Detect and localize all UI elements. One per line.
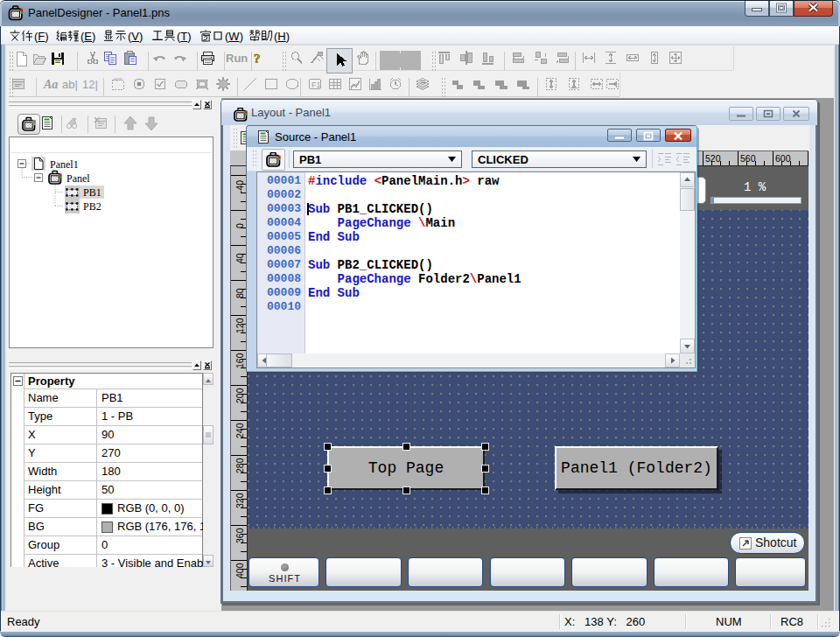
- svg-text:?: ?: [254, 52, 261, 66]
- svg-text:ab|: ab|: [62, 78, 78, 91]
- svg-text:560: 560: [740, 153, 756, 164]
- svg-text:40: 40: [234, 253, 245, 263]
- svg-text:280: 280: [234, 458, 245, 473]
- svg-text:xyz: xyz: [114, 76, 122, 81]
- svg-text:Run: Run: [226, 52, 248, 65]
- svg-text:520: 520: [705, 153, 721, 164]
- svg-text:-40: -40: [234, 180, 245, 193]
- svg-text:320: 320: [234, 493, 245, 508]
- svg-text:F1: F1: [312, 80, 321, 89]
- svg-text:360: 360: [234, 528, 245, 543]
- svg-text:400: 400: [234, 563, 245, 578]
- svg-text:0: 0: [234, 223, 245, 228]
- svg-text:200: 200: [234, 388, 245, 403]
- svg-text:600: 600: [775, 153, 791, 164]
- svg-text:80: 80: [234, 288, 245, 298]
- svg-text:Aa: Aa: [43, 78, 58, 91]
- svg-text:240: 240: [234, 423, 245, 438]
- svg-text:120: 120: [234, 318, 245, 333]
- svg-text:12|: 12|: [82, 78, 98, 91]
- svg-text:160: 160: [234, 353, 245, 368]
